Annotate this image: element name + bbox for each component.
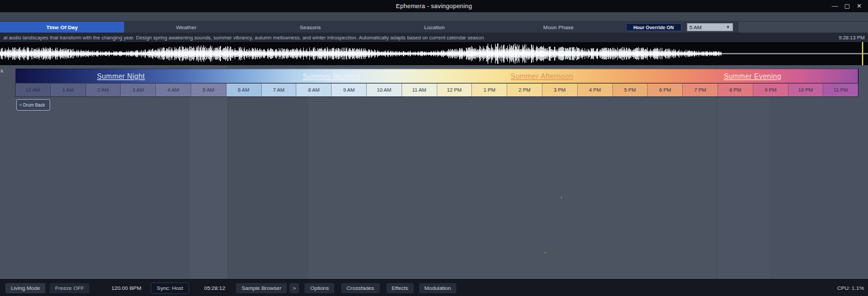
hour-select-value: 5 AM bbox=[690, 24, 702, 31]
tab-list: Time Of DayWeatherSeasonsLocationMoon Ph… bbox=[0, 22, 620, 33]
clip-label: Drum Back bbox=[23, 103, 45, 107]
crossfades-button[interactable]: Crossfades bbox=[341, 283, 379, 293]
period-summer-night[interactable]: Summer Night bbox=[16, 69, 226, 83]
window-controls: — ▢ ✕ bbox=[829, 0, 865, 12]
hour-cell-8-pm[interactable]: 8 PM bbox=[718, 84, 753, 96]
tab-weather[interactable]: Weather bbox=[124, 22, 248, 33]
hour-cell-2-am[interactable]: 2 AM bbox=[86, 84, 121, 96]
bpm-display: 120.00 BPM bbox=[111, 285, 141, 291]
period-label: Summer Morning bbox=[302, 72, 360, 80]
effects-button[interactable]: Effects bbox=[387, 283, 414, 293]
hour-cell-7-am[interactable]: 7 AM bbox=[262, 84, 297, 96]
period-label: Summer Evening bbox=[724, 72, 781, 80]
chevron-down-icon: ▼ bbox=[726, 25, 730, 29]
hour-cell-12-pm[interactable]: 12 PM bbox=[437, 84, 473, 96]
period-label: Summer Night bbox=[97, 72, 145, 80]
period-label: Summer Afternoon bbox=[511, 72, 573, 80]
hour-cell-11-pm[interactable]: 11 PM bbox=[823, 84, 858, 96]
waveform-display[interactable] bbox=[0, 42, 868, 65]
speck bbox=[545, 252, 546, 253]
hour-cell-4-am[interactable]: 4 AM bbox=[156, 84, 191, 96]
speck bbox=[561, 197, 562, 198]
hour-cell-11-am[interactable]: 11 AM bbox=[402, 84, 437, 96]
tab-bar: Time Of DayWeatherSeasonsLocationMoon Ph… bbox=[0, 22, 868, 33]
mode-description: al audio landscapes that transform with … bbox=[3, 35, 484, 41]
expand-button[interactable]: > bbox=[290, 283, 300, 293]
hour-cell-1-am[interactable]: 1 AM bbox=[51, 84, 86, 96]
tab-seasons[interactable]: Seasons bbox=[248, 22, 372, 33]
hour-cell-7-pm[interactable]: 7 PM bbox=[683, 84, 718, 96]
minimize-button[interactable]: — bbox=[829, 3, 841, 10]
time-of-day-timeline: Summer NightSummer MorningSummer Afterno… bbox=[15, 69, 859, 97]
modulation-button[interactable]: Modulation bbox=[419, 283, 456, 293]
window-title: Ephemera - savingopening bbox=[396, 3, 472, 10]
hour-cell-9-pm[interactable]: 9 PM bbox=[753, 84, 789, 96]
hour-row: 12 AM1 AM2 AM3 AM4 AM5 AM6 AM7 AM8 AM9 A… bbox=[15, 83, 859, 97]
hour-cell-3-pm[interactable]: 3 PM bbox=[542, 84, 578, 96]
arrangement-canvas bbox=[0, 65, 868, 279]
playhead[interactable] bbox=[862, 42, 863, 65]
tab-time-of-day[interactable]: Time Of Day bbox=[0, 22, 124, 33]
transport-time: 05:28:12 bbox=[204, 285, 225, 291]
hour-cell-9-am[interactable]: 9 AM bbox=[332, 84, 367, 96]
freeze-button[interactable]: Freeze OFF bbox=[50, 283, 90, 293]
hour-override-button[interactable]: Hour Override ON bbox=[626, 23, 682, 31]
close-button[interactable]: ✕ bbox=[853, 3, 865, 10]
app-window: Ephemera - savingopening — ▢ ✕ Time Of D… bbox=[0, 0, 868, 296]
status-bar: Living Mode Freeze OFF 120.00 BPM Sync: … bbox=[0, 279, 868, 296]
hour-select[interactable]: 5 AM ▼ bbox=[687, 23, 733, 31]
hour-cell-5-am[interactable]: 5 AM bbox=[191, 84, 226, 96]
waveform-band bbox=[0, 42, 868, 65]
hour-cell-5-pm[interactable]: 5 PM bbox=[613, 84, 648, 96]
hour-cell-6-am[interactable]: 6 AM bbox=[226, 84, 262, 96]
period-summer-morning[interactable]: Summer Morning bbox=[226, 69, 437, 83]
sample-clip[interactable]: ≡ Drum Back bbox=[16, 99, 50, 111]
canvas-ghost bbox=[719, 65, 770, 279]
sample-browser-button[interactable]: Sample Browser bbox=[236, 283, 287, 293]
hour-cell-2-pm[interactable]: 2 PM bbox=[507, 84, 542, 96]
hour-cell-10-am[interactable]: 10 AM bbox=[367, 84, 402, 96]
hour-cell-1-pm[interactable]: 1 PM bbox=[472, 84, 507, 96]
maximize-button[interactable]: ▢ bbox=[841, 3, 853, 10]
hour-cell-12-am[interactable]: 12 AM bbox=[16, 84, 51, 96]
current-time-clock: 9:28:13 PM bbox=[839, 35, 865, 41]
hour-cell-10-pm[interactable]: 10 PM bbox=[789, 84, 824, 96]
period-summer-evening[interactable]: Summer Evening bbox=[648, 69, 859, 83]
description-bar: al audio landscapes that transform with … bbox=[0, 33, 868, 42]
titlebar: Ephemera - savingopening — ▢ ✕ bbox=[0, 0, 868, 12]
canvas-ghost bbox=[190, 65, 227, 279]
sync-button[interactable]: Sync: Host bbox=[151, 282, 189, 294]
hour-cell-6-pm[interactable]: 6 PM bbox=[648, 84, 683, 96]
tab-location[interactable]: Location bbox=[372, 22, 496, 33]
clip-icon: ≡ bbox=[19, 103, 22, 107]
tab-moon-phase[interactable]: Moon Phase bbox=[496, 22, 620, 33]
track-label: k bbox=[1, 68, 3, 74]
hour-override-group: Hour Override ON 5 AM ▼ bbox=[620, 22, 738, 33]
hour-cell-8-am[interactable]: 8 AM bbox=[296, 84, 332, 96]
living-mode-button[interactable]: Living Mode bbox=[5, 283, 45, 293]
tabbar-filler bbox=[738, 22, 868, 33]
canvas-ghost bbox=[227, 65, 309, 279]
cpu-meter: CPU: 1.1% bbox=[837, 285, 864, 291]
hour-cell-4-pm[interactable]: 4 PM bbox=[578, 84, 613, 96]
options-button[interactable]: Options bbox=[304, 283, 334, 293]
period-summer-afternoon[interactable]: Summer Afternoon bbox=[437, 69, 648, 83]
period-strip: Summer NightSummer MorningSummer Afterno… bbox=[15, 69, 859, 83]
hour-cell-3-am[interactable]: 3 AM bbox=[121, 84, 156, 96]
toolbar-strip bbox=[0, 12, 868, 22]
canvas-ghost bbox=[309, 65, 715, 279]
